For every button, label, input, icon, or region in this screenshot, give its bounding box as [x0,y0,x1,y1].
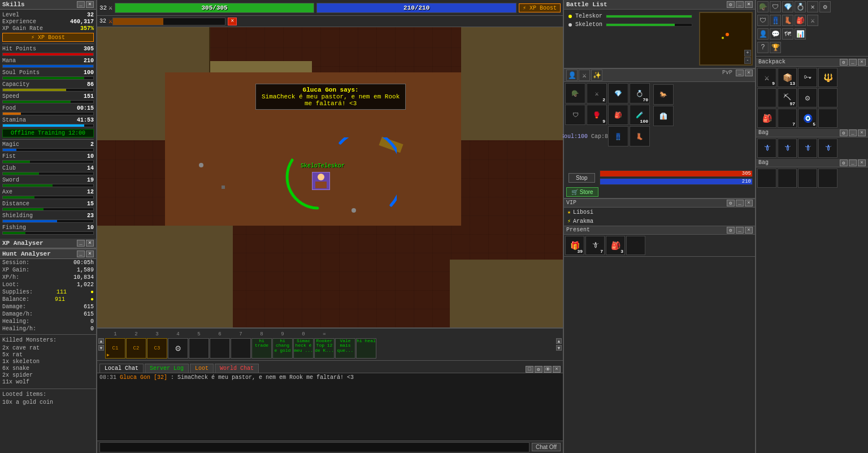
bp-slot-12[interactable] [818,109,837,128]
xp-analyser-close-btn[interactable]: × [86,240,94,247]
hotbar-slot-c1[interactable]: C1 ▶ [105,338,125,359]
hotbar-slot-c3[interactable]: C3 [147,338,167,359]
bag1-close-btn[interactable]: × [858,130,866,136]
bag1-slot-4[interactable]: 🗡 [818,139,837,158]
toolbar-map-icon[interactable]: 🗺 [782,28,793,40]
side-icon-2[interactable]: 👔 [653,106,674,126]
present-min-btn[interactable]: _ [736,227,744,234]
present-settings-btn[interactable]: ⚙ [727,227,735,234]
equip-slot-off-hand[interactable]: 🥊 9 [587,105,607,125]
magic-icon-btn[interactable]: ✨ [591,70,602,81]
hotbar-slot-7[interactable] [231,338,251,359]
equip-slot-head[interactable]: 🪖 [565,83,585,103]
stop-button[interactable]: Stop [568,173,595,183]
bp-slot-1[interactable]: ⚔ 9 [757,68,776,87]
exp-bar-close-btn[interactable]: × [228,18,237,25]
present-slot-4[interactable] [626,236,645,255]
toolbar-skills-icon[interactable]: 📊 [795,28,806,40]
vip-close-btn[interactable]: × [745,200,753,206]
battle-entry-skeleton[interactable]: Skeleton [566,20,695,29]
battle-entry-player[interactable]: Teleskor [566,12,695,20]
bp-slot-2[interactable]: 📦 13 [778,68,797,87]
toolbar-armor-icon[interactable]: 🛡 [757,15,769,26]
vip-entry-1[interactable]: ★ Libosi [564,208,755,217]
chat-input[interactable] [99,442,530,452]
present-slot-1[interactable]: 🎁 39 [565,236,584,255]
bp-slot-11[interactable]: 🧿 5 [798,109,817,128]
equip-slot-legs[interactable]: 👖 [608,126,628,146]
chat-options-btn[interactable]: ⚙ [535,366,542,373]
hotbar-scroll-up[interactable]: ▲ [98,338,104,344]
tab-loot[interactable]: Loot [190,364,214,373]
bag2-slot-3[interactable] [798,169,817,188]
chat-hide-btn[interactable]: 👁 [544,366,552,373]
tab-local-chat[interactable]: Local Chat [99,364,144,373]
hotbar-slot-hi-heal[interactable]: hi heal [356,338,376,359]
chat-expand-btn[interactable]: □ [526,366,533,373]
bp-slot-10[interactable]: 7 [778,109,797,128]
bp-slot-4[interactable]: 🔱 [818,68,837,87]
bag2-min-btn[interactable]: _ [849,159,857,166]
present-slot-2[interactable]: 🗡 7 [585,236,605,255]
bp-slot-5[interactable] [757,88,776,107]
equip-slot-ring[interactable]: 💍 70 [630,83,650,103]
bag2-slot-2[interactable] [778,169,797,188]
present-close-btn[interactable]: × [745,227,753,234]
bag1-slot-2[interactable]: 🗡 [778,139,797,158]
battle-list-min-btn[interactable]: _ [736,1,744,8]
toolbar-pvp-icon[interactable]: ⚔ [807,15,818,26]
minimap-zoom-out[interactable]: - [744,57,751,64]
skills-min-btn[interactable]: _ [77,1,85,8]
bag2-slot-1[interactable] [757,169,776,188]
battle-list-close-btn[interactable]: × [745,1,753,8]
xp-analyser-min-btn[interactable]: _ [77,240,85,247]
backpack-close-btn[interactable]: × [858,59,866,66]
bag2-slot-4[interactable] [818,169,837,188]
hotbar-slot-simac[interactable]: Simacheck émeu ... [293,338,314,359]
combat-icon-btn[interactable]: ⚔ [579,70,590,81]
equip-slot-boots[interactable]: 👢 [630,126,650,146]
bp-slot-7[interactable]: ⚙ [798,88,817,107]
xp-boost-btn[interactable]: ⚡ XP Boost [2,33,94,42]
equip-min-btn[interactable]: _ [736,70,744,76]
bag2-close-btn[interactable]: × [858,159,866,166]
toolbar-close-btn[interactable]: ✕ [807,1,818,12]
equip-icon-btn[interactable]: 👤 [566,70,578,81]
toolbar-chat-icon[interactable]: 💬 [770,28,781,40]
toolbar-trophy-icon[interactable]: 🏆 [770,42,781,53]
bag1-settings-btn[interactable]: ⚙ [840,130,848,136]
toolbar-person-icon[interactable]: 👤 [757,28,769,40]
minimap-zoom-in[interactable]: + [744,50,751,57]
hunt-analyser-close-btn[interactable]: × [86,251,94,257]
bp-slot-3[interactable]: 🗝 [798,68,817,87]
battle-list-settings-btn[interactable]: ⚙ [727,1,735,8]
toolbar-ring-icon[interactable]: 💍 [795,1,806,12]
side-icon-1[interactable]: 🐎 [653,84,674,105]
hunt-analyser-min-btn[interactable]: _ [77,251,85,257]
toolbar-helmet-icon[interactable]: 🪖 [757,1,769,12]
equip-slot-sword[interactable]: ⚔ 2 [587,83,607,103]
store-button[interactable]: 🛒 Store [566,187,598,197]
toolbar-backpack-icon[interactable]: 🎒 [795,15,806,26]
bp-slot-6[interactable]: ⛏ 97 [778,88,797,107]
tab-server-log[interactable]: Server Log [145,364,189,373]
hotbar-slot-tool[interactable]: ⚙ [168,338,188,359]
vip-entry-2[interactable]: ⚡ Arakma [564,217,755,226]
game-canvas[interactable]: Gluca Gon says: SimaCheck é meu pastor, … [97,27,563,327]
bp-slot-8[interactable] [818,88,837,107]
vip-settings-btn[interactable]: ⚙ [727,200,735,206]
hotbar-right-up[interactable]: ▲ [556,338,562,344]
chat-off-btn[interactable]: Chat Off [532,443,561,451]
toolbar-help-icon[interactable]: ? [757,42,769,53]
backpack-settings-btn[interactable]: ⚙ [840,59,848,66]
hotbar-slot-hi-chang[interactable]: hichange gold [272,338,293,359]
toolbar-amulet-icon[interactable]: 💎 [782,1,793,12]
equip-slot-armor[interactable]: 🛡 [565,105,585,125]
hotbar-slot-5[interactable] [189,338,209,359]
equip-slot-potion[interactable]: 🧪 100 [630,105,650,125]
equip-close-btn[interactable]: × [745,70,753,76]
hotbar-slot-6[interactable] [210,338,230,359]
bag2-settings-btn[interactable]: ⚙ [840,159,848,166]
toolbar-settings-icon[interactable]: ⚙ [819,1,831,12]
hotbar-scroll-down[interactable]: ▼ [98,345,104,351]
